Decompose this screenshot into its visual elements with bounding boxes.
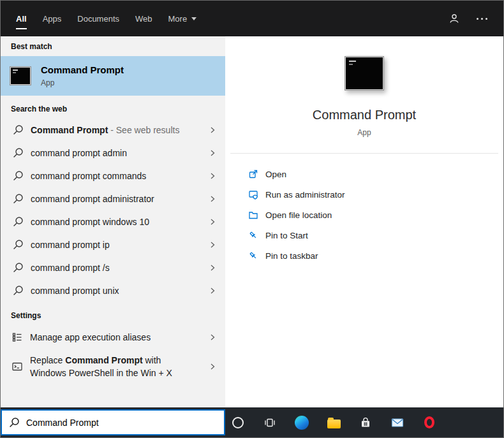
preview-divider <box>230 153 498 154</box>
mail-icon[interactable] <box>390 415 405 430</box>
chevron-down-icon <box>191 17 196 20</box>
chevron-right-icon[interactable] <box>209 126 216 134</box>
search-web-section-label: Search the web <box>11 105 225 113</box>
store-icon[interactable] <box>358 415 373 430</box>
best-match-title: Command Prompt <box>41 64 124 75</box>
tab-web[interactable]: Web <box>135 10 152 27</box>
tab-all[interactable]: All <box>16 10 27 27</box>
search-suggestion-row[interactable]: command prompt windows 10 <box>1 210 225 233</box>
cortana-icon[interactable] <box>230 415 246 430</box>
command-prompt-icon <box>10 66 31 85</box>
pin-icon <box>248 230 258 240</box>
windows-search-flyout: All Apps Documents Web More Best match C… <box>0 0 504 438</box>
search-icon <box>12 285 24 296</box>
action-pin-to-start[interactable]: Pin to Start <box>248 225 503 245</box>
tab-more-label: More <box>168 14 188 24</box>
header-icons <box>448 13 487 24</box>
action-label: Open <box>265 170 286 179</box>
best-match-item[interactable]: Command Prompt App <box>1 56 225 96</box>
suggestion-text: command prompt windows 10 <box>31 217 149 227</box>
replace-bold: Command Prompt <box>65 355 142 365</box>
search-icon <box>12 262 24 274</box>
search-suggestion-row[interactable]: command prompt administrator <box>1 187 225 210</box>
chevron-right-icon[interactable] <box>209 241 216 249</box>
suggestion-text: command prompt commands <box>31 171 146 181</box>
run-admin-icon <box>248 189 258 200</box>
action-label: Pin to taskbar <box>265 251 318 261</box>
best-match-subtitle: App <box>41 78 124 87</box>
search-suggestion-row[interactable]: command prompt commands <box>1 164 225 187</box>
search-icon <box>12 124 24 136</box>
settings-row-text: Manage app execution aliases <box>30 332 151 342</box>
app-aliases-icon <box>11 332 23 343</box>
command-prompt-icon-large <box>345 56 384 91</box>
tab-web-label: Web <box>135 14 152 24</box>
chevron-right-icon[interactable] <box>209 172 216 180</box>
task-view-icon[interactable] <box>262 415 278 430</box>
search-icon <box>12 147 24 159</box>
search-suggestion-row[interactable]: command prompt /s <box>1 256 225 279</box>
settings-row-replace[interactable]: Replace Command Prompt with Windows Powe… <box>1 349 225 384</box>
action-label: Pin to Start <box>265 231 308 240</box>
best-match-section-label: Best match <box>11 42 225 51</box>
taskbar-icons <box>230 415 437 430</box>
account-icon[interactable] <box>448 13 460 24</box>
tab-all-label: All <box>16 14 27 24</box>
search-box[interactable] <box>1 409 225 435</box>
search-input[interactable] <box>26 418 218 428</box>
tab-documents-label: Documents <box>77 14 119 24</box>
search-icon <box>8 417 20 428</box>
suggestion-text: Command Prompt - See web results <box>31 125 179 135</box>
search-tabs: All Apps Documents Web More <box>16 10 196 27</box>
tab-apps[interactable]: Apps <box>43 10 62 27</box>
chevron-right-icon[interactable] <box>209 333 216 341</box>
suggestion-suffix: - See web results <box>108 125 179 135</box>
preview-panel: Command Prompt App Open Run as administr… <box>225 36 503 407</box>
pin-icon <box>248 251 258 261</box>
search-header: All Apps Documents Web More <box>1 1 503 36</box>
settings-row-aliases[interactable]: Manage app execution aliases <box>1 325 225 349</box>
suggestion-bold: Command Prompt <box>31 125 108 135</box>
action-pin-to-taskbar[interactable]: Pin to taskbar <box>248 245 503 266</box>
search-suggestion-row[interactable]: command prompt admin <box>1 142 225 164</box>
tab-apps-label: Apps <box>43 14 62 24</box>
opera-icon[interactable] <box>422 415 437 430</box>
edge-icon[interactable] <box>294 415 309 430</box>
suggestion-text: command prompt admin <box>31 148 127 158</box>
results-panel: Best match Command Prompt App Search the… <box>1 36 225 407</box>
action-open-file-location[interactable]: Open file location <box>248 205 503 225</box>
suggestion-text: command prompt administrator <box>31 194 154 204</box>
edge-logo <box>295 416 309 430</box>
search-icon <box>12 216 24 228</box>
action-label: Run as administrator <box>265 190 345 200</box>
more-options-icon[interactable] <box>477 18 487 20</box>
action-open[interactable]: Open <box>248 164 503 184</box>
chevron-right-icon[interactable] <box>209 149 216 157</box>
search-icon <box>12 193 24 205</box>
replace-prefix: Replace <box>30 355 65 365</box>
suggestion-text: command prompt ip <box>31 240 110 250</box>
preview-subtitle: App <box>225 128 503 137</box>
action-label: Open file location <box>265 210 332 220</box>
settings-section-label: Settings <box>11 311 225 320</box>
search-icon <box>12 170 24 182</box>
action-run-admin[interactable]: Run as administrator <box>248 184 503 205</box>
tab-more[interactable]: More <box>168 10 197 27</box>
tab-documents[interactable]: Documents <box>77 10 119 27</box>
chevron-right-icon[interactable] <box>209 287 216 295</box>
opera-ring <box>424 416 434 428</box>
file-explorer-icon[interactable] <box>326 415 341 430</box>
chevron-right-icon[interactable] <box>209 363 216 370</box>
cortana-ring <box>232 417 244 428</box>
chevron-right-icon[interactable] <box>209 195 216 203</box>
best-match-text: Command Prompt App <box>41 64 124 87</box>
chevron-right-icon[interactable] <box>209 218 216 226</box>
search-suggestion-row[interactable]: Command Prompt - See web results <box>1 119 225 142</box>
chevron-right-icon[interactable] <box>209 264 216 272</box>
open-icon <box>248 169 258 179</box>
console-window-icon <box>11 361 23 372</box>
search-suggestion-row[interactable]: command prompt unix <box>1 279 225 302</box>
folder-shape <box>327 420 341 428</box>
search-suggestion-row[interactable]: command prompt ip <box>1 233 225 256</box>
file-location-icon <box>248 210 258 220</box>
